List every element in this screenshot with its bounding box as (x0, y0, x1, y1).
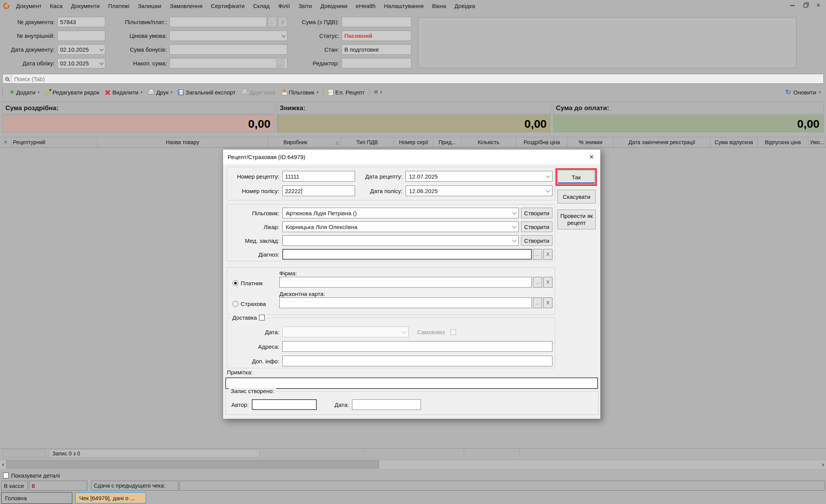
menu-settings[interactable]: Налаштування (380, 2, 428, 10)
tab-receipt[interactable]: Чек [64979], дані о ... (75, 492, 146, 504)
column-vat-type[interactable]: Тип ПДВ (341, 137, 394, 147)
delivery-date-combo[interactable] (282, 327, 409, 337)
dialog-close-button[interactable]: × (583, 150, 600, 164)
menu-warehouse[interactable]: Склад (249, 2, 274, 10)
create-doctor-button[interactable]: Створити (521, 221, 552, 232)
diagnosis-lookup-button[interactable]: ... (533, 249, 542, 260)
beneficiary-combo[interactable]: Артюхова Лідія Петрівна () (282, 208, 519, 218)
scroll-left-icon[interactable]: ‹ (0, 460, 6, 469)
policy-date-combo[interactable]: 12.06.2025 (406, 185, 552, 196)
menu-windows[interactable]: Вікна (428, 2, 450, 10)
accum-sum-field[interactable]: ... (169, 58, 287, 68)
bonus-sum-field[interactable] (169, 44, 287, 55)
menu-branches[interactable]: Філії (274, 2, 294, 10)
accum-sum-lookup-button[interactable]: ... (276, 59, 285, 67)
column-registration-end-date[interactable]: Дата закінчення реєстрації (614, 137, 710, 147)
status-separator (464, 449, 464, 458)
e-recipe-button[interactable]: Ел. Рецепт (325, 88, 367, 97)
diagnosis-clear-button[interactable]: X (543, 249, 552, 260)
scrollbar-thumb[interactable] (6, 460, 379, 468)
price-condition-combo[interactable] (169, 31, 287, 41)
menu-documents[interactable]: Документи (67, 2, 104, 10)
column-series-number[interactable]: Номер серії (394, 137, 433, 147)
menu-ehealth[interactable]: eHealth (352, 2, 380, 10)
create-beneficiary-button[interactable]: Створити (521, 208, 552, 218)
column-manufacturer[interactable]: Виробник△ (268, 137, 341, 147)
discount-card-field[interactable] (279, 298, 532, 308)
print-receipt-button[interactable]: Друк чека (238, 88, 278, 97)
close-button[interactable]: × (813, 1, 824, 10)
ok-button[interactable]: Так (557, 170, 595, 184)
column-discount-pct[interactable]: % знижки (568, 137, 614, 147)
recipe-number-input[interactable] (282, 171, 355, 182)
account-date-field[interactable]: 02.10.2025 (57, 58, 105, 68)
horizontal-scrollbar[interactable]: ‹ › (0, 460, 826, 469)
beneficiary-toolbar-button[interactable]: Пільговик ▾ (278, 88, 321, 97)
restore-button[interactable] (800, 1, 811, 10)
dialog-title-bar[interactable]: Рецепт/Страховая (ID:64979) × (223, 150, 600, 164)
menu-reports[interactable]: Звіти (294, 2, 316, 10)
scroll-right-icon[interactable]: › (820, 460, 826, 469)
column-prid[interactable]: Прид... (433, 137, 461, 147)
column-product-name[interactable]: Назва товару (98, 137, 268, 147)
discount-card-lookup-button[interactable]: ... (533, 298, 542, 308)
menu-kasa[interactable]: Каса (46, 2, 67, 10)
process-as-recipe-button[interactable]: Провести як рецепт (557, 210, 596, 229)
policy-number-input[interactable]: 22222 (282, 185, 355, 196)
diagnosis-field[interactable] (282, 249, 532, 260)
column-dispense-sum[interactable]: Сума відпускна (710, 137, 758, 147)
delivery-checkbox[interactable] (259, 315, 265, 320)
create-med-institution-button[interactable]: Створити (521, 235, 552, 246)
pickup-checkbox[interactable] (450, 329, 456, 335)
show-details-checkbox[interactable] (3, 473, 9, 478)
menu-help[interactable]: Довідка (450, 2, 479, 10)
edit-row-button[interactable]: Редагувати рядок (42, 88, 102, 97)
search-input[interactable] (12, 76, 823, 82)
tab-main[interactable]: Головна (1, 492, 72, 504)
firm-clear-button[interactable]: X (543, 277, 552, 288)
recipe-insurance-dialog: Рецепт/Страховая (ID:64979) × Номер реце… (223, 149, 601, 419)
menu-directories[interactable]: Довідники (316, 2, 352, 10)
address-field[interactable] (282, 341, 552, 352)
internal-number-field[interactable] (57, 31, 105, 41)
print-button[interactable]: Друк ▾ (145, 88, 175, 97)
beneficiary-lookup-button[interactable]: ... (268, 17, 277, 27)
sum-vat-field[interactable] (342, 17, 411, 27)
beneficiary-field[interactable] (169, 17, 267, 27)
insurance-radio[interactable]: Страхова (233, 298, 279, 309)
menu-document[interactable]: Документ (12, 2, 46, 10)
grid-menu-icon[interactable]: ≡ (0, 137, 11, 147)
menu-payments[interactable]: Платежі (104, 2, 134, 10)
column-dispense-price[interactable]: Відпускна ціна (758, 137, 808, 147)
firm-lookup-button[interactable]: ... (533, 277, 542, 288)
menu-stock[interactable]: Залишки (134, 2, 166, 10)
med-institution-combo[interactable] (282, 235, 519, 246)
column-quantity[interactable]: Кількість (461, 137, 516, 147)
minimize-button[interactable] (787, 1, 798, 10)
column-umo[interactable]: Умо... (808, 137, 826, 147)
refresh-button[interactable]: ↻ Оновити ▾ (785, 89, 821, 96)
list-options-button[interactable]: ≡ ▾ (371, 88, 384, 96)
payer-radio[interactable]: Платник (233, 278, 279, 288)
column-recipe[interactable]: Рецептурний (11, 137, 98, 147)
cancel-button[interactable]: Скасувати (557, 190, 596, 203)
med-institution-label: Мед. заклад: (230, 237, 282, 244)
beneficiary-clear-button[interactable]: X (278, 17, 287, 27)
note-field[interactable] (225, 377, 598, 389)
export-button[interactable]: Загальний експорт (175, 88, 238, 97)
doc-date-field[interactable]: 02.10.2025 (57, 44, 105, 55)
add-button[interactable]: + Додати ▾ (7, 88, 42, 97)
menu-orders[interactable]: Замовлення (166, 2, 207, 10)
doc-number-field[interactable]: 57843 (57, 17, 105, 27)
menu-certificates[interactable]: Сертифікати (207, 2, 249, 10)
payable-sum-label: Сума до оплати: (553, 102, 824, 114)
column-retail-price[interactable]: Роздрібна ціна (516, 137, 568, 147)
toolbar-grip-handle[interactable] (2, 88, 5, 96)
delete-button[interactable]: Видалити ▾ (102, 88, 145, 97)
status-separator (363, 449, 364, 458)
recipe-date-combo[interactable]: 12.07.2025 (406, 171, 552, 182)
extra-info-field[interactable] (282, 356, 552, 366)
firm-field[interactable] (279, 277, 532, 288)
discount-card-clear-button[interactable]: X (543, 298, 552, 308)
doctor-combo[interactable]: Корницька Ліля Олексіївна (282, 221, 519, 232)
